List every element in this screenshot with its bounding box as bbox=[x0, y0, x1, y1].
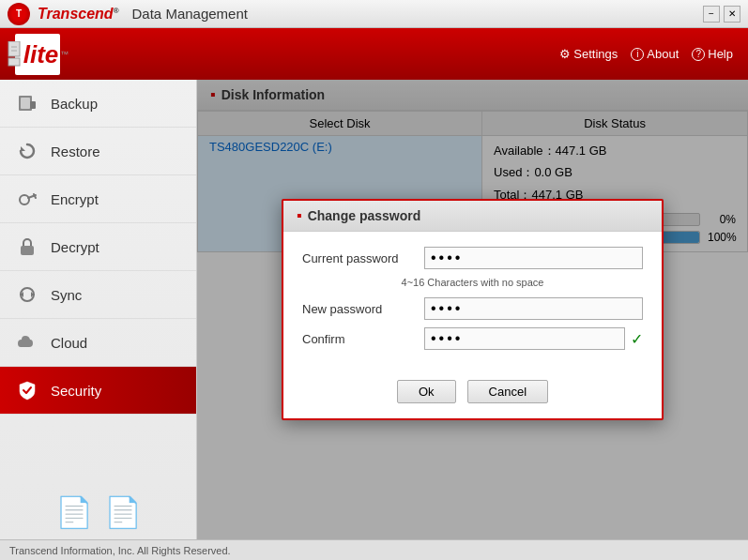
doc-icon bbox=[7, 41, 22, 68]
current-password-label: Current password bbox=[302, 251, 424, 265]
ok-button[interactable]: Ok bbox=[397, 380, 456, 403]
modal-header: Change password bbox=[283, 201, 662, 232]
svg-rect-1 bbox=[8, 58, 20, 66]
key-icon bbox=[15, 187, 39, 211]
confirm-password-row: Confirm ✓ bbox=[302, 327, 643, 350]
new-password-row: New password bbox=[302, 297, 643, 320]
current-password-row: Current password bbox=[302, 247, 643, 269]
titlebar-logo: T Transcend® Data Management bbox=[8, 3, 248, 25]
svg-rect-11 bbox=[21, 246, 34, 255]
transcend-logo-icon: T bbox=[8, 3, 30, 25]
current-password-input[interactable] bbox=[424, 247, 643, 269]
sidebar-item-label: Encrypt bbox=[51, 191, 99, 207]
sidebar-item-security[interactable]: Security bbox=[0, 367, 196, 415]
info-icon: i bbox=[631, 48, 644, 61]
sidebar-item-encrypt[interactable]: Encrypt bbox=[0, 175, 196, 223]
confirm-password-input[interactable] bbox=[424, 327, 625, 350]
sidebar-bottom: 📄 📄 bbox=[0, 415, 196, 539]
password-hint: 4~16 Characters with no space bbox=[302, 277, 643, 288]
sidebar-item-sync[interactable]: Sync bbox=[0, 271, 196, 319]
svg-rect-0 bbox=[8, 41, 20, 56]
settings-link[interactable]: Settings bbox=[559, 47, 618, 61]
sync-icon bbox=[15, 282, 39, 307]
modal-title: Change password bbox=[308, 208, 421, 223]
main-layout: Backup Restore Encrypt bbox=[0, 80, 748, 539]
doc-icon-1: 📄 bbox=[55, 494, 93, 530]
sidebar: Backup Restore Encrypt bbox=[0, 80, 197, 539]
cloud-icon bbox=[15, 330, 39, 355]
sidebar-item-label: Sync bbox=[51, 287, 82, 303]
doc-icon-2: 📄 bbox=[104, 494, 142, 530]
new-password-label: New password bbox=[302, 302, 424, 316]
brand-name: Transcend® bbox=[38, 6, 119, 23]
confirm-check-icon: ✓ bbox=[631, 330, 643, 348]
modal-body: Current password 4~16 Characters with no… bbox=[283, 232, 662, 372]
app-header: lite ™ Settings i About ? Help bbox=[0, 28, 748, 80]
sidebar-item-label: Cloud bbox=[51, 335, 87, 351]
close-button[interactable]: ✕ bbox=[724, 6, 740, 23]
svg-point-8 bbox=[20, 195, 29, 204]
gear-icon bbox=[559, 47, 571, 61]
sidebar-item-label: Security bbox=[51, 383, 101, 399]
restore-icon bbox=[15, 139, 39, 163]
svg-rect-5 bbox=[21, 98, 30, 109]
header-logo: lite ™ bbox=[15, 34, 60, 75]
header-nav: Settings i About ? Help bbox=[559, 47, 733, 61]
svg-rect-6 bbox=[30, 101, 36, 109]
modal-overlay: Change password Current password 4~16 Ch… bbox=[197, 80, 748, 539]
sidebar-item-backup[interactable]: Backup bbox=[0, 80, 196, 128]
modal-footer: Ok Cancel bbox=[283, 372, 662, 418]
window-controls: − ✕ bbox=[703, 6, 740, 23]
footer-text: Transcend Information, Inc. All Rights R… bbox=[9, 545, 231, 556]
shield-icon bbox=[15, 378, 39, 402]
about-link[interactable]: i About bbox=[631, 47, 679, 61]
help-icon: ? bbox=[692, 48, 705, 61]
sidebar-item-decrypt[interactable]: Decrypt bbox=[0, 223, 196, 271]
sidebar-item-label: Backup bbox=[51, 96, 98, 112]
app-subtitle: Data Management bbox=[132, 6, 248, 22]
titlebar: T Transcend® Data Management − ✕ bbox=[0, 0, 748, 28]
confirm-label: Confirm bbox=[302, 332, 424, 346]
elite-logo-box: lite ™ bbox=[15, 34, 60, 75]
sidebar-item-label: Decrypt bbox=[51, 239, 99, 255]
help-link[interactable]: ? Help bbox=[692, 47, 733, 61]
sidebar-item-label: Restore bbox=[51, 144, 100, 159]
minimize-button[interactable]: − bbox=[703, 6, 720, 23]
svg-marker-7 bbox=[21, 146, 25, 151]
lock-icon bbox=[15, 235, 39, 259]
cancel-button[interactable]: Cancel bbox=[467, 380, 548, 403]
footer: Transcend Information, Inc. All Rights R… bbox=[0, 539, 748, 560]
backup-icon bbox=[15, 91, 39, 115]
new-password-input[interactable] bbox=[424, 297, 643, 320]
content-area: Disk Information Select Disk Disk Status… bbox=[197, 80, 748, 539]
sidebar-item-restore[interactable]: Restore bbox=[0, 128, 196, 175]
sidebar-item-cloud[interactable]: Cloud bbox=[0, 319, 196, 367]
change-password-modal: Change password Current password 4~16 Ch… bbox=[282, 199, 664, 420]
